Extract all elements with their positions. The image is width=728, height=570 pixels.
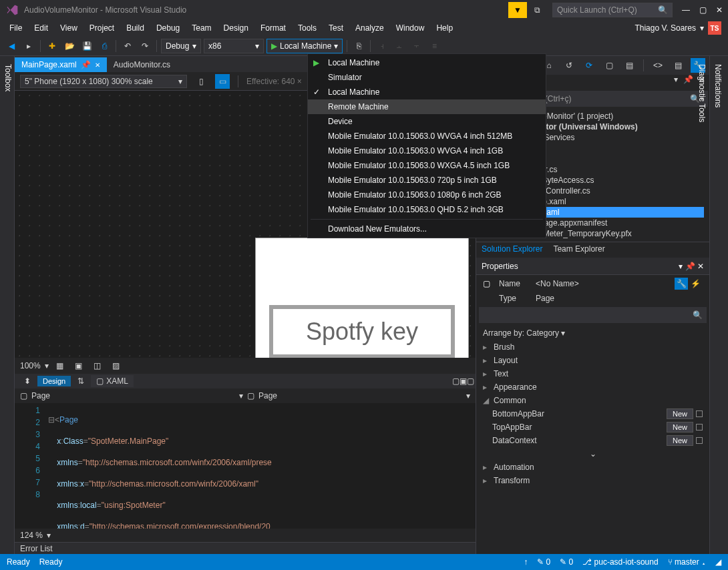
config-combo[interactable]: Debug▾ (161, 39, 201, 53)
code-zoom-value[interactable]: 124 % (20, 531, 43, 540)
minimize-button[interactable]: — (682, 5, 690, 15)
dropdown-item[interactable]: Mobile Emulator 10.0.15063.0 1080p 6 inc… (308, 188, 546, 202)
prop-bottomappbar[interactable]: BottomAppBarNew (476, 407, 709, 420)
split-swap-icon[interactable]: ⇅ (73, 374, 88, 388)
dropdown-item[interactable]: Mobile Emulator 10.0.15063.0 WVGA 4 inch… (308, 129, 546, 144)
dropdown-item[interactable]: Mobile Emulator 10.0.15063.0 WXGA 4.5 in… (308, 158, 546, 173)
grid-icon[interactable]: ▦ (53, 358, 67, 373)
menu-team[interactable]: Team (186, 22, 216, 34)
prop-name-value[interactable]: <No Name> (536, 279, 675, 288)
expand-more[interactable]: ⌄ (476, 447, 709, 461)
dropdown-item[interactable]: Device (308, 114, 546, 129)
menu-tools[interactable]: Tools (293, 22, 322, 34)
redo-button[interactable]: ↷ (138, 39, 152, 53)
tab-mainpage-xaml[interactable]: MainPage.xaml 📌 ✕ (15, 57, 107, 72)
swap-panes-icon[interactable]: ⬍ (20, 374, 35, 388)
feedback-badge[interactable]: ▼ (508, 2, 527, 18)
dropdown-item[interactable]: ✓Local Machine (308, 85, 546, 99)
pin-icon[interactable]: 📌 (81, 60, 91, 69)
new-button[interactable]: New (667, 408, 693, 419)
zoom-value[interactable]: 100% (20, 361, 41, 370)
tab-audiomonitor-cs[interactable]: AudioMonitor.cs (107, 57, 177, 72)
menu-edit[interactable]: Edit (29, 22, 53, 34)
orientation-landscape-icon[interactable]: ▭ (215, 74, 230, 89)
dropdown-item[interactable]: Mobile Emulator 10.0.15063.0 720p 5 inch… (308, 173, 546, 188)
cat-common[interactable]: ◢Common (476, 394, 709, 407)
arrange-by[interactable]: Arrange by: Category ▾ (476, 326, 709, 340)
orientation-portrait-icon[interactable]: ▯ (194, 74, 208, 89)
effects-icon[interactable]: ▨ (109, 358, 124, 373)
align-center-icon[interactable]: ⫠ (392, 39, 407, 53)
toolbox-tab[interactable]: Toolbox (3, 61, 13, 551)
snap2-icon[interactable]: ◫ (90, 358, 105, 373)
collapse-icon[interactable]: ↺ (562, 58, 576, 73)
snap-icon[interactable]: ▣ (71, 358, 86, 373)
user-avatar[interactable]: TS (708, 21, 721, 35)
team-explorer-tab[interactable]: Team Explorer (548, 242, 610, 258)
code-nav-left[interactable]: Page (31, 391, 235, 400)
code-content[interactable]: ⊟<Page x:Class="SpotMeter.MainPage" xmln… (48, 403, 281, 529)
menu-debug[interactable]: Debug (151, 22, 185, 34)
menu-help[interactable]: Help (431, 22, 458, 34)
align-left-icon[interactable]: ⫞ (375, 39, 389, 53)
prop-datacontext[interactable]: DataContextNew (476, 434, 709, 447)
status-upload-icon[interactable]: ↑ (524, 557, 528, 567)
dropdown-item[interactable]: Simulator (308, 70, 546, 85)
close-button[interactable]: ✕ (716, 5, 723, 15)
menu-test[interactable]: Test (323, 22, 349, 34)
dropdown-item[interactable]: Download New Emulators... (308, 222, 546, 236)
menu-view[interactable]: View (55, 22, 83, 34)
pin-icon[interactable]: 📌 (683, 75, 693, 89)
menu-build[interactable]: Build (121, 22, 150, 34)
properties-search[interactable]: 🔍 (479, 307, 707, 323)
status-branch[interactable]: ⑂ master ▴ (668, 557, 706, 567)
cat-transform[interactable]: ▸Transform (476, 474, 709, 487)
new-project-button[interactable]: ✚ (45, 39, 59, 53)
save-button[interactable]: 💾 (79, 39, 94, 53)
show-all-icon[interactable]: ▢ (602, 58, 616, 73)
save-all-button[interactable]: ⎙ (97, 39, 112, 53)
cat-layout[interactable]: ▸Layout (476, 354, 709, 367)
menu-analyze[interactable]: Analyze (350, 22, 389, 34)
design-view-icon[interactable]: ▤ (671, 58, 685, 73)
props-wrench-icon[interactable]: 🔧 (675, 278, 688, 290)
new-button[interactable]: New (667, 422, 693, 433)
cat-automation[interactable]: ▸Automation (476, 461, 709, 474)
cat-brush[interactable]: ▸Brush (476, 340, 709, 354)
cat-text[interactable]: ▸Text (476, 367, 709, 380)
code-editor[interactable]: 12345678 ⊟<Page x:Class="SpotMeter.MainP… (15, 403, 476, 529)
dropdown-item[interactable]: Remote Machine (308, 99, 546, 114)
quick-launch-input[interactable]: Quick Launch (Ctrl+Q) 🔍 (552, 3, 673, 17)
design-tab[interactable]: Design (37, 376, 71, 386)
menu-project[interactable]: Project (84, 22, 120, 34)
status-corner-icon[interactable]: ◢ (715, 557, 721, 567)
close-tab-icon[interactable]: ✕ (95, 61, 100, 69)
menu-format[interactable]: Format (255, 22, 291, 34)
menu-design[interactable]: Design (218, 22, 254, 34)
expand-pane-icon[interactable]: ▢▣▢ (456, 374, 470, 388)
menu-window[interactable]: Window (391, 22, 430, 34)
refresh-icon[interactable]: ⟳ (582, 58, 596, 73)
distribute-icon[interactable]: ≡ (427, 39, 441, 53)
xaml-tab[interactable]: ▢XAML (91, 375, 134, 387)
notifications-tab[interactable]: Notifications (713, 61, 723, 551)
solution-explorer-tab[interactable]: Solution Explorer (476, 242, 548, 258)
align-right-icon[interactable]: ⫟ (409, 39, 424, 53)
maximize-button[interactable]: ▢ (699, 5, 707, 15)
toolbar-icon-1[interactable]: ⎘ (351, 39, 366, 53)
status-repo[interactable]: ⎇ puc-asd-iot-sound (582, 557, 658, 567)
nav-back-button[interactable]: ◀ (4, 39, 19, 53)
properties-icon[interactable]: ▤ (622, 58, 636, 73)
design-surface[interactable]: Spotfy key (255, 238, 469, 358)
code-nav-right[interactable]: Page (258, 391, 462, 400)
code-view-icon[interactable]: <> (651, 58, 665, 73)
prop-topappbar[interactable]: TopAppBarNew (476, 420, 709, 434)
nav-fwd-button[interactable]: ▸ (21, 39, 36, 53)
new-button[interactable]: New (667, 435, 693, 446)
dropdown-item[interactable]: ▶Local Machine (308, 55, 546, 70)
diagnostic-tools-tab[interactable]: Diagnostic Tools (697, 61, 707, 551)
user-name[interactable]: Thiago V. Soares (634, 23, 696, 33)
debug-target-dropdown[interactable]: ▶Local MachineSimulator✓Local MachineRem… (307, 53, 546, 238)
link-icon[interactable]: ⧉ (530, 3, 544, 17)
run-button[interactable]: ▶ Local Machine ▾ (266, 39, 343, 53)
